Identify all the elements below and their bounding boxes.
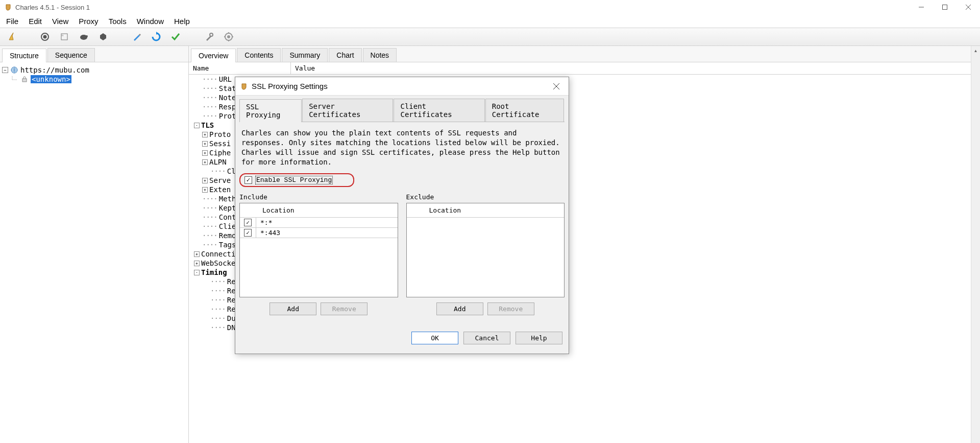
throttle-icon[interactable]: n [57,30,71,44]
exclude-add-button[interactable]: Add [436,302,483,315]
detail-label: URL [219,75,232,83]
help-button[interactable]: Help [516,332,562,344]
menu-view[interactable]: View [47,15,74,27]
toolbar: n [0,28,980,46]
tab-chart[interactable]: Chart [329,48,361,62]
tab-notes[interactable]: Notes [363,48,397,62]
expander-icon[interactable]: + [202,187,208,193]
include-listbox[interactable]: Location ✓ *:* ✓ *:443 [239,203,398,297]
maximize-button[interactable] [933,0,957,14]
svg-rect-22 [22,79,27,82]
exclude-remove-button[interactable]: Remove [487,302,534,315]
structure-tree[interactable]: − https://mubu.com <unknown> [0,62,188,443]
tools-icon[interactable] [202,30,216,44]
expander-icon[interactable]: + [202,141,208,147]
expander-icon[interactable]: + [194,251,200,257]
svg-point-5 [43,35,47,39]
menu-window[interactable]: Window [132,15,169,27]
dlg-tab-ssl-proxying[interactable]: SSL Proxying [239,99,302,122]
close-button[interactable] [957,0,980,14]
dialog-tabs: SSL Proxying Server Certificates Client … [239,99,565,122]
tab-contents[interactable]: Contents [237,48,281,62]
dlg-tab-root-cert[interactable]: Root Certificate [485,99,564,122]
tree-connector: ···· [210,305,226,313]
expander-icon[interactable]: + [194,261,200,266]
include-row[interactable]: ✓ *:443 [240,228,398,238]
exclude-header[interactable]: Location [407,203,565,218]
dlg-tab-client-certs[interactable]: Client Certificates [394,99,484,122]
include-header[interactable]: Location [240,203,398,218]
tree-connector: ···· [202,94,217,102]
settings-icon[interactable] [222,30,236,44]
validate-icon[interactable] [168,30,183,44]
dialog-close-button[interactable] [548,79,565,94]
turtle-icon[interactable] [77,30,91,44]
cancel-button[interactable]: Cancel [463,332,510,344]
tree-connector: ···· [202,103,217,111]
enable-ssl-label[interactable]: Enable SSL Proxying [255,176,333,184]
tree-connector: ···· [210,167,226,175]
title-bar: Charles 4.5.1 - Session 1 [0,0,980,14]
include-row[interactable]: ✓ *:* [240,218,398,228]
exclude-listbox[interactable]: Location [406,203,565,297]
expander-icon[interactable]: − [2,67,8,73]
expander-icon[interactable]: + [202,178,208,183]
include-label: Include [239,190,398,203]
tab-structure[interactable]: Structure [2,49,46,62]
left-tabs: Structure Sequence [0,46,188,62]
dlg-tab-server-certs[interactable]: Server Certificates [302,99,393,122]
include-row-checkbox[interactable]: ✓ [244,229,252,237]
svg-point-9 [86,35,88,37]
exclude-label: Exclude [406,190,565,203]
menu-proxy[interactable]: Proxy [74,15,103,27]
right-tabs: Overview Contents Summary Chart Notes [189,46,980,62]
expander-icon[interactable]: + [202,132,208,137]
dialog-title-bar[interactable]: SSL Proxying Settings [235,77,569,96]
enable-ssl-row: ✓ Enable SSL Proxying [239,173,354,187]
detail-label: Serve [209,176,231,184]
include-row-checkbox[interactable]: ✓ [244,219,252,226]
tab-sequence[interactable]: Sequence [47,48,95,62]
tree-root[interactable]: − https://mubu.com [2,65,186,75]
detail-label: WebSocke [201,259,235,267]
breakpoint-icon[interactable] [96,30,110,44]
include-add-button[interactable]: Add [270,302,316,315]
tab-summary[interactable]: Summary [282,48,328,62]
broom-icon[interactable] [4,30,18,44]
include-panel: Include Location ✓ *:* ✓ *:443 Add Remov… [239,190,398,317]
expander-icon[interactable]: - [194,123,200,128]
menu-edit[interactable]: Edit [23,15,47,27]
tree-connector: ···· [210,287,226,295]
svg-marker-10 [100,33,106,40]
expander-icon[interactable]: - [194,270,200,275]
menu-file[interactable]: File [1,15,23,27]
tab-overview[interactable]: Overview [191,49,236,62]
svg-text:n: n [62,34,63,37]
tree-connector: ···· [210,314,226,322]
repeat-icon[interactable] [149,30,163,44]
scroll-up-icon[interactable]: ▲ [971,46,980,55]
window-title: Charles 4.5.1 - Session 1 [15,4,90,11]
ok-button[interactable]: OK [411,332,458,344]
expander-icon[interactable]: + [202,150,208,156]
expander-icon[interactable]: + [202,159,208,165]
menu-tools[interactable]: Tools [104,15,132,27]
col-value: Value [291,62,980,74]
record-icon[interactable] [38,30,52,44]
detail-label: TLS [201,121,214,129]
vertical-scrollbar[interactable]: ▲ [971,46,980,443]
tree-connector: ···· [202,231,217,240]
tree-connector: ···· [202,112,217,120]
include-remove-button[interactable]: Remove [321,302,368,315]
detail-label: ALPN [209,158,227,166]
tree-child[interactable]: <unknown> [2,75,186,84]
compose-icon[interactable] [130,30,144,44]
dialog-title: SSL Proxying Settings [252,82,328,90]
minimize-button[interactable] [910,0,933,14]
enable-ssl-checkbox[interactable]: ✓ [244,176,252,184]
tree-child-label: <unknown> [31,75,71,83]
menu-help[interactable]: Help [169,15,195,27]
globe-icon [10,66,18,74]
tree-connector: ···· [202,204,217,212]
include-row-text: *:* [256,219,276,226]
